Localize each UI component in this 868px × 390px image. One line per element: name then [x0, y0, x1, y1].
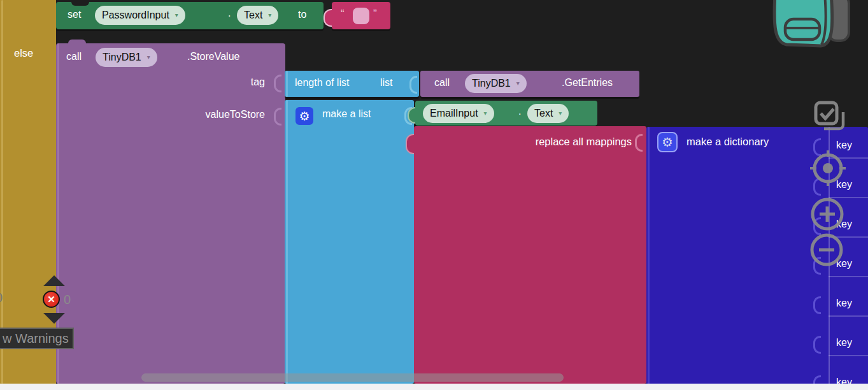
- length-of-list-label: length of list: [295, 77, 349, 89]
- mutator-gear-icon[interactable]: ⚙: [657, 132, 678, 152]
- method-label: .StoreValue: [187, 51, 239, 62]
- warning-nav-up-icon[interactable]: [43, 275, 65, 286]
- chevron-down-icon: ▾: [516, 80, 520, 87]
- close-quote: ”: [373, 8, 377, 20]
- chevron-down-icon: ▾: [268, 12, 271, 18]
- call-keyword: call: [66, 51, 82, 62]
- component-dropdown-tinydb1[interactable]: TinyDB1 ▾: [96, 48, 157, 67]
- block-edge-highlight: [286, 100, 288, 384]
- dropdown-value: Text: [244, 10, 262, 21]
- block-edge-highlight: [286, 71, 288, 97]
- show-warnings-tooltip: w Warnings: [0, 328, 74, 349]
- center-target-icon[interactable]: [810, 150, 846, 186]
- edge-count: 0: [0, 291, 3, 305]
- dict-key-row: key: [809, 298, 868, 317]
- make-a-list-block[interactable]: ⚙ make a list: [285, 100, 414, 384]
- if-else-block[interactable]: else: [0, 0, 56, 384]
- backpack-icon[interactable]: [767, 0, 853, 50]
- dot-separator: .: [518, 106, 521, 117]
- dict-key-row: key: [809, 337, 868, 356]
- set-password-text-block[interactable]: set PasswordInput ▾ . Text ▾ to: [56, 2, 324, 29]
- blocks-workspace[interactable]: else set PasswordInput ▾ . Text ▾ to “ ”…: [0, 0, 868, 390]
- zoom-in-icon[interactable]: [810, 197, 844, 231]
- checkbox-icon[interactable]: [814, 101, 847, 134]
- call-keyword: call: [434, 77, 450, 89]
- replace-all-mappings-label: replace all mappings: [465, 136, 632, 148]
- store-value-block[interactable]: call TinyDB1 ▾ .StoreValue tag valueToSt…: [56, 43, 285, 384]
- email-text-getter-block[interactable]: EmailInput ▾ . Text ▾: [415, 101, 597, 126]
- get-entries-block[interactable]: call TinyDB1 ▾ .GetEntries: [420, 71, 639, 97]
- warning-count: 0: [64, 292, 71, 307]
- dict-key-label: key: [836, 337, 852, 349]
- component-dropdown-emailinput[interactable]: EmailInput ▾: [423, 104, 494, 123]
- error-indicator-icon[interactable]: ✕: [43, 291, 60, 308]
- tag-param-label: tag: [209, 76, 265, 88]
- dropdown-value: EmailInput: [430, 108, 478, 119]
- block-edge-highlight: [648, 127, 650, 390]
- workspace-bottom-edge: [0, 384, 868, 390]
- list-socket[interactable]: [409, 76, 417, 94]
- empty-string-block[interactable]: “ ”: [332, 2, 390, 29]
- component-dropdown-tinydb1[interactable]: TinyDB1 ▾: [465, 74, 527, 93]
- valuetostore-param-label: valueToStore: [174, 109, 265, 120]
- tag-socket[interactable]: [274, 75, 281, 92]
- open-quote: “: [341, 8, 345, 20]
- list-param-label: list: [380, 77, 393, 89]
- dropdown-value: TinyDB1: [103, 52, 141, 63]
- length-of-list-block[interactable]: length of list list: [285, 71, 419, 97]
- method-label: .GetEntries: [562, 77, 613, 89]
- top-notch: [71, 2, 89, 6]
- dictionary-socket[interactable]: [635, 134, 643, 152]
- dict-row-separator: [829, 355, 868, 356]
- else-label: else: [14, 47, 33, 59]
- to-label: to: [298, 9, 306, 20]
- property-dropdown-text[interactable]: Text ▾: [527, 104, 569, 123]
- block-edge-highlight: [1, 0, 3, 384]
- chevron-down-icon: ▾: [175, 12, 178, 18]
- dict-key-label: key: [836, 140, 852, 151]
- chevron-down-icon: ▾: [484, 110, 487, 117]
- replace-all-mappings-block[interactable]: replace all mappings: [414, 126, 646, 384]
- dot-separator: .: [228, 8, 231, 19]
- chevron-down-icon: ▾: [559, 110, 562, 117]
- warning-nav-down-icon[interactable]: [43, 313, 65, 324]
- set-keyword: set: [68, 9, 81, 20]
- make-a-list-label: make a list: [322, 108, 371, 120]
- zoom-out-icon[interactable]: [809, 233, 844, 267]
- dict-key-label: key: [836, 298, 852, 309]
- chevron-down-icon: ▾: [147, 54, 150, 61]
- error-x-glyph: ✕: [47, 294, 55, 305]
- mutator-gear-icon[interactable]: ⚙: [295, 107, 313, 125]
- make-a-dictionary-label: make a dictionary: [687, 136, 769, 148]
- dict-row-separator: [829, 315, 868, 317]
- dict-row-separator: [829, 276, 868, 277]
- component-dropdown-passwordinput[interactable]: PasswordInput ▾: [95, 6, 185, 25]
- valuetostore-socket[interactable]: [274, 108, 281, 126]
- key-socket[interactable]: [813, 336, 821, 354]
- top-tab: [68, 40, 86, 44]
- horizontal-scrollbar[interactable]: [141, 373, 564, 382]
- dropdown-value: PasswordInput: [102, 10, 169, 21]
- string-input-field[interactable]: [353, 8, 369, 24]
- key-socket[interactable]: [813, 296, 821, 314]
- dropdown-value: TinyDB1: [472, 78, 511, 89]
- property-dropdown-text[interactable]: Text ▾: [237, 6, 278, 25]
- dropdown-value: Text: [534, 108, 553, 119]
